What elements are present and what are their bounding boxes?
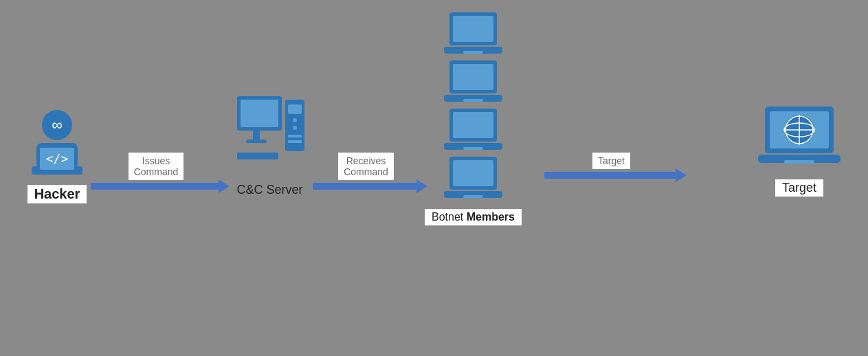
issues-command-label: Issues Command [129,153,184,180]
svg-rect-30 [453,160,493,186]
hacker-icon: ∞ </> [26,110,88,182]
svg-rect-41 [784,160,814,164]
diagram: ∞ </> Hacker Issues Command [0,0,868,356]
svg-rect-24 [463,99,483,102]
svg-rect-15 [288,140,302,143]
svg-rect-16 [237,153,278,159]
target-section: Target [758,107,841,197]
svg-rect-14 [288,135,302,137]
svg-rect-8 [253,131,260,141]
hacker-section: ∞ </> Hacker [26,110,88,203]
botnet-laptop-1 [444,12,502,59]
svg-rect-26 [453,112,493,138]
target-arrow-section: Target [544,153,678,179]
svg-rect-28 [463,147,483,150]
botnet-laptop-3 [444,109,502,155]
svg-rect-11 [288,104,302,114]
target-laptop-icon [758,107,841,175]
svg-rect-20 [463,51,483,54]
svg-rect-18 [453,16,493,42]
target-arrow-label: Target [592,153,630,169]
botnet-section: Botnet Members [425,12,522,225]
svg-text:∞: ∞ [52,116,63,133]
botnet-laptop-4 [444,157,502,203]
svg-point-13 [293,126,297,130]
svg-rect-22 [453,64,493,90]
receives-command-label: Receives Command [338,153,394,180]
svg-rect-7 [241,100,278,127]
issues-command-section: Issues Command [91,153,221,190]
svg-point-12 [293,118,297,122]
hacker-label: Hacker [27,185,87,203]
target-label: Target [775,179,823,197]
svg-rect-32 [463,195,483,198]
svg-text:</>: </> [46,151,69,166]
cc-server-section: C&C Server [234,96,306,197]
botnet-laptop-2 [444,60,502,107]
botnet-members-label: Botnet Members [425,209,522,225]
cc-server-label: C&C Server [236,183,302,197]
svg-rect-9 [246,140,267,143]
receives-command-section: Receives Command [313,153,419,190]
server-icon [234,96,306,179]
